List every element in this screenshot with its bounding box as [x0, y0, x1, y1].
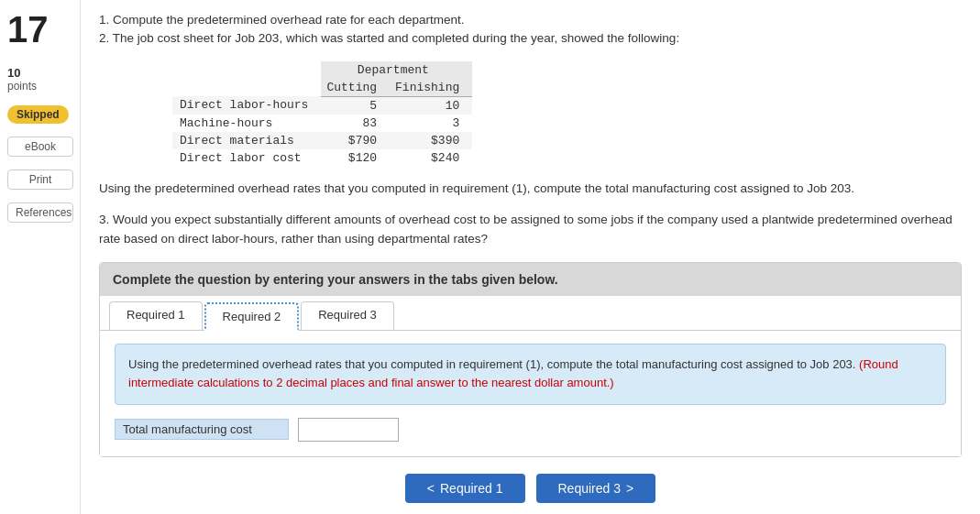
tab-required3[interactable]: Required 3	[301, 301, 394, 330]
col-finishing: Finishing	[390, 79, 472, 97]
points-value: 10	[7, 66, 37, 80]
tab-required2[interactable]: Required 2	[204, 302, 300, 331]
col-cutting: Cutting	[321, 79, 390, 97]
table-row: Direct materials $790 $390	[172, 132, 472, 149]
table-row: Direct labor-hours 5 10	[172, 96, 472, 115]
body-text-1: Using the predetermined overhead rates t…	[99, 180, 962, 199]
answer-label: Total manufacturing cost	[115, 419, 289, 440]
department-table-wrapper: Department Cutting Finishing Direct labo…	[172, 61, 962, 167]
references-link[interactable]: References	[7, 202, 73, 223]
question-text: 1. Compute the predetermined overhead ra…	[99, 11, 962, 49]
row-label: Direct materials	[172, 132, 321, 149]
total-manufacturing-cost-input[interactable]	[298, 418, 399, 442]
question-line1: 1. Compute the predetermined overhead ra…	[99, 11, 962, 29]
header-department: Department	[321, 61, 472, 79]
ebook-link[interactable]: eBook	[7, 137, 73, 157]
tab-required1[interactable]: Required 1	[109, 301, 203, 330]
row-cutting: 83	[321, 115, 390, 132]
print-link[interactable]: Print	[7, 170, 73, 190]
row-cutting: 5	[321, 96, 390, 115]
answer-row: Total manufacturing cost	[115, 418, 946, 442]
table-row: Direct labor cost $120 $240	[172, 149, 472, 167]
question-line2: 2. The job cost sheet for Job 203, which…	[99, 29, 962, 48]
row-finishing: $240	[390, 149, 472, 167]
department-table: Department Cutting Finishing Direct labo…	[172, 61, 472, 167]
prev-chevron-icon: <	[427, 481, 435, 496]
problem-number: 17	[7, 11, 49, 48]
skipped-badge: Skipped	[7, 105, 69, 124]
tabs-row: Required 1 Required 2 Required 3	[100, 296, 961, 331]
body-text-2: 3. Would you expect substantially differ…	[99, 211, 962, 249]
row-label: Machine-hours	[172, 115, 321, 132]
next-button[interactable]: Required 3 >	[536, 474, 656, 503]
row-label: Direct labor-hours	[172, 96, 321, 115]
row-cutting: $790	[321, 132, 390, 149]
row-finishing: 10	[390, 96, 472, 115]
tab-content-req2: Using the predetermined overhead rates t…	[100, 331, 961, 455]
row-finishing: $390	[390, 132, 472, 149]
nav-buttons: < Required 1 Required 3 >	[99, 474, 962, 503]
prev-button[interactable]: < Required 1	[405, 474, 525, 503]
points-label: points	[7, 80, 37, 93]
next-button-label: Required 3	[558, 481, 622, 496]
row-cutting: $120	[321, 149, 390, 167]
sidebar: 17 10 points Skipped eBook Print Referen…	[0, 0, 81, 514]
row-finishing: 3	[390, 115, 472, 132]
answer-section: Complete the question by entering your a…	[99, 262, 962, 456]
req2-description: Using the predetermined overhead rates t…	[115, 344, 946, 404]
table-row: Machine-hours 83 3	[172, 115, 472, 132]
row-label: Direct labor cost	[172, 149, 321, 167]
req2-description-normal: Using the predetermined overhead rates t…	[128, 357, 859, 371]
prev-button-label: Required 1	[440, 481, 503, 496]
main-content: 1. Compute the predetermined overhead ra…	[81, 0, 980, 514]
next-chevron-icon: >	[626, 481, 633, 496]
answer-header: Complete the question by entering your a…	[100, 263, 961, 296]
